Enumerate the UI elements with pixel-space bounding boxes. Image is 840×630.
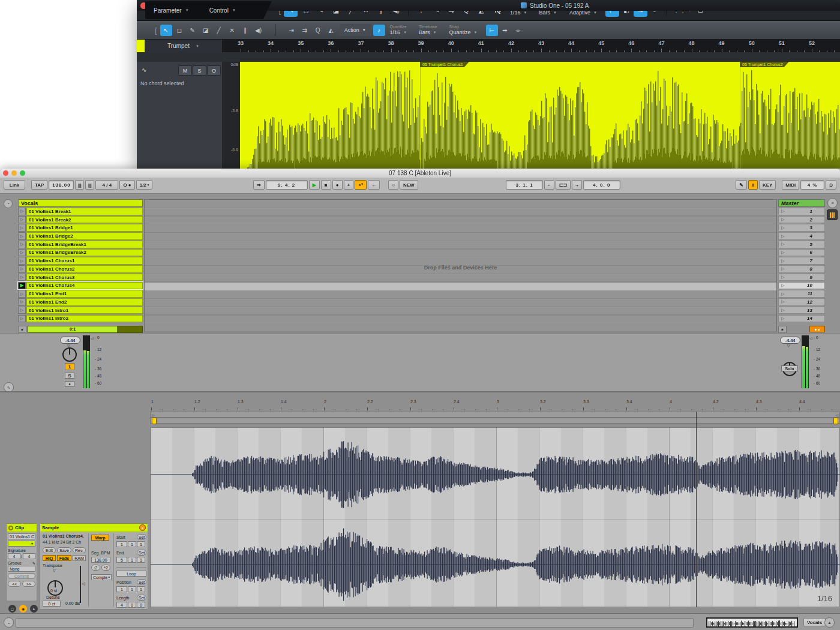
master-volume-field[interactable]: -4.44 (780, 337, 800, 344)
clip-stop-button[interactable]: ■ (18, 326, 26, 333)
stop-button[interactable]: ■ (321, 180, 331, 190)
midi-map-button[interactable]: MIDI (782, 180, 799, 190)
scene-launch-button[interactable]: ▷ (779, 259, 787, 263)
start-marker-flag[interactable] (152, 418, 157, 424)
seg-bpm-field[interactable]: 138.00 (91, 557, 110, 563)
nudge-down-button[interactable]: ||| (75, 180, 84, 190)
scene-launch-button[interactable]: ▷ (779, 242, 787, 247)
save-sample-button[interactable]: Save (57, 547, 71, 553)
clip[interactable]: 01 Violins1 BridgeBreak1 (26, 241, 143, 248)
scene-slot[interactable]: ▷6 (778, 249, 825, 257)
scene-slot[interactable]: ▷2 (778, 216, 825, 224)
scene-slot[interactable]: ▷5 (778, 241, 825, 248)
capture-new-scene-button[interactable]: NEW (400, 180, 418, 190)
punch-out-button[interactable]: ¬ (572, 180, 582, 190)
automation-arm-button[interactable]: ∘º (355, 180, 367, 190)
quantize-dropdown[interactable]: Quantize 1/16▼ (386, 22, 411, 38)
hiq-button[interactable]: HiQ (43, 555, 56, 561)
event-name-tab[interactable]: 05 Trumpet1 Chorus1 (420, 62, 469, 67)
arrangement-position-display[interactable]: 9. 4. 2 (266, 180, 308, 190)
clip[interactable]: 01 Violins1 Bridge2 (26, 232, 143, 240)
track-color-chip[interactable] (137, 40, 145, 52)
scene-slot[interactable]: ▷9 (778, 274, 825, 281)
scene-slot[interactable]: ▷8 (778, 265, 825, 273)
scene-slot[interactable]: ▷4 (778, 232, 825, 240)
scene-slot[interactable]: ▷1 (778, 208, 825, 215)
clip-launch-button[interactable]: ▷ (18, 274, 26, 281)
nudge-forward-button[interactable]: >> (22, 581, 35, 587)
range-tool-button[interactable]: ◻ (173, 25, 185, 36)
punch-in-button[interactable]: ⌐ (544, 180, 554, 190)
mute-tool-button[interactable]: ✕ (226, 25, 238, 36)
start-sixteenth-field[interactable]: 1 (137, 541, 145, 547)
scene-launch-button[interactable]: ▷ (779, 234, 787, 239)
clip[interactable]: 01 Violins1 BridgeBreak2 (26, 249, 143, 257)
transpose-knob[interactable] (47, 580, 63, 596)
clip-launch-button[interactable]: ▷ (18, 232, 26, 240)
end-beat-field[interactable]: 1 (128, 557, 136, 563)
parameter-menu[interactable]: Parameter▼ (154, 7, 189, 14)
scene-slot[interactable]: ▷14 (778, 315, 825, 323)
mute-button[interactable]: M (178, 65, 192, 76)
clip-launch-button[interactable]: ▷ (18, 265, 26, 273)
clip[interactable]: 01 Violins1 Break1 (26, 208, 143, 215)
metronome-button[interactable]: ◭ (325, 25, 337, 36)
control-menu[interactable]: Control▼ (209, 7, 236, 14)
scene-launch-button[interactable]: ▷ (779, 292, 787, 296)
track-activator-button[interactable]: 1 (65, 363, 74, 370)
marker-button[interactable]: ⊢ (486, 25, 498, 36)
nudge-up-button[interactable]: ||| (85, 180, 94, 190)
back-to-arrangement-button[interactable]: ← (368, 180, 380, 190)
clip-launch-button[interactable]: ▶ (18, 282, 26, 290)
loop-button[interactable]: Loop (116, 571, 146, 577)
quantization-menu[interactable]: 1/2▾ (136, 180, 153, 190)
double-bpm-button[interactable]: *2 (101, 565, 110, 571)
sample-waveform-display[interactable]: 1/16 (150, 427, 840, 607)
clip[interactable]: 01 Violins1 Intro2 (26, 315, 143, 323)
start-set-button[interactable]: Set (137, 534, 146, 540)
follow-button[interactable]: ➡ (253, 180, 265, 190)
launch-box-toggle[interactable]: ◉ (19, 605, 27, 613)
loop-length-display[interactable]: 4. 0. 0 (583, 180, 620, 190)
timeline-ruler[interactable]: 3334353637383940414243444546474849505152 (222, 40, 840, 52)
loop-start-display[interactable]: 3. 1. 1 (506, 180, 543, 190)
track-name-dropdown[interactable]: Trumpet▼ (145, 40, 222, 52)
autoscroll-button[interactable]: ⇥ (286, 25, 298, 36)
scene-launch-button[interactable]: ▷ (779, 299, 787, 304)
timebase-dropdown[interactable]: Timebase Bars▼ (415, 22, 441, 38)
audio-event-lane[interactable]: 05 Trumpet1 Chorus1 05 Trumpet1 Chorus2 (240, 62, 840, 169)
start-beat-field[interactable]: 1 (128, 541, 136, 547)
clip[interactable]: 01 Violins1 Chorus2 (26, 265, 143, 273)
end-set-button[interactable]: Set (137, 550, 146, 556)
clip-gain-slider[interactable] (80, 566, 81, 603)
handles-button[interactable]: ⌯ (512, 25, 524, 36)
computer-midi-keyboard-button[interactable]: ‖ (748, 180, 758, 190)
track-arm-button[interactable]: ● (65, 381, 74, 387)
track-selector-button[interactable]: Vocals (803, 618, 826, 626)
length-set-button[interactable]: Set (137, 595, 146, 601)
metronome-button[interactable]: O ● (119, 180, 134, 190)
clip-launch-button[interactable]: ▷ (18, 241, 26, 248)
clip[interactable]: 01 Violins1 End2 (26, 298, 143, 306)
master-solo-button[interactable]: Solo (781, 365, 798, 371)
ram-button[interactable]: RAM (73, 555, 86, 561)
stop-all-clips-button[interactable]: ■ (778, 326, 787, 333)
clip[interactable]: 01 Violins1 Chorus4 (26, 282, 143, 290)
session-corner-icon[interactable]: ◔ (4, 199, 13, 208)
solo-button[interactable]: S (193, 65, 206, 76)
commit-groove-button[interactable]: Commit (8, 573, 35, 579)
clip-box-toggle[interactable]: ◻ (8, 605, 16, 613)
position-beat-field[interactable]: 1 (128, 586, 136, 592)
scene-launch-button[interactable]: ▷ (779, 217, 787, 222)
edit-sample-button[interactable]: Edit (43, 547, 56, 553)
scene-launch-button[interactable]: ▷ (779, 226, 787, 230)
listen-tool-button[interactable]: ◀) (253, 25, 265, 36)
length-bar-field[interactable]: 4 (116, 602, 127, 608)
scene-slot[interactable]: ▷3 (778, 224, 825, 232)
groove-chooser[interactable]: None (8, 566, 35, 572)
clip-color-chooser[interactable]: ▼ (8, 541, 35, 547)
fade-button[interactable]: Fade (57, 555, 71, 561)
record-button[interactable]: ● (332, 180, 343, 190)
end-marker-flag[interactable] (833, 418, 838, 424)
time-signature-display[interactable]: 4 / 4 (95, 180, 118, 190)
